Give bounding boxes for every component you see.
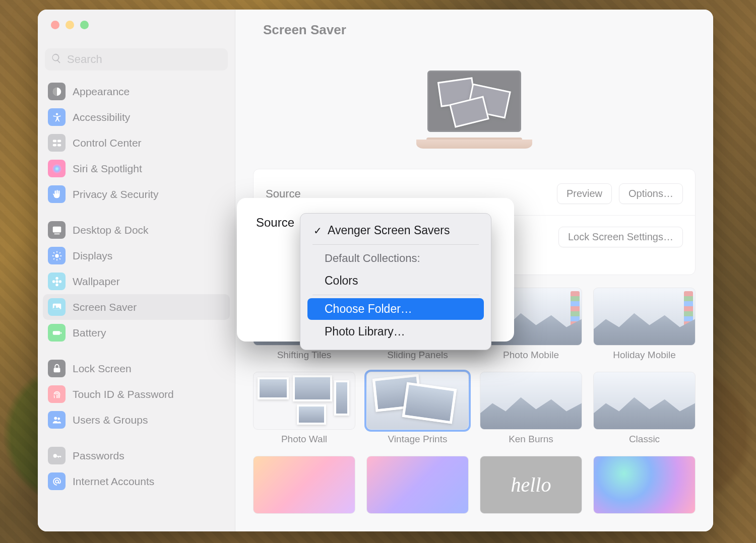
menu-item-choose-folder[interactable]: Choose Folder… (307, 298, 484, 320)
screensaver-thumbnail[interactable] (366, 456, 469, 514)
lock-screen-settings-button[interactable]: Lock Screen Settings… (558, 227, 683, 247)
sidebar-item-label: Displays (73, 250, 112, 262)
fingerprint-icon (48, 385, 66, 403)
laptop-preview (416, 71, 532, 149)
sidebar-nav: AppearanceAccessibilityControl CenterSir… (38, 79, 235, 494)
sidebar-item-label: Appearance (73, 86, 130, 98)
sidebar-item-control-center[interactable]: Control Center (43, 130, 230, 156)
sidebar-item-label: Siri & Spotlight (73, 163, 142, 175)
screensaver-thumbnail[interactable]: hello (480, 456, 582, 514)
sidebar-item-privacy-security[interactable]: Privacy & Security (43, 181, 230, 207)
screensaver-tile-label: Photo Mobile (503, 350, 559, 361)
screensaver-tile[interactable] (253, 456, 355, 518)
svg-point-10 (55, 280, 58, 283)
sidebar-item-battery[interactable]: Battery (43, 320, 230, 346)
zoom-window-button[interactable] (80, 21, 89, 29)
sidebar-item-label: Internet Accounts (73, 476, 154, 488)
at-icon (48, 472, 66, 490)
svg-point-13 (52, 280, 55, 283)
menu-item-label: Avenger Screen Savers (328, 224, 450, 237)
screensaver-tile[interactable] (593, 456, 696, 518)
close-window-button[interactable] (51, 21, 59, 29)
minimize-window-button[interactable] (66, 21, 74, 29)
sidebar-item-label: Screen Saver (73, 301, 137, 313)
svg-point-14 (58, 280, 61, 283)
options-button[interactable]: Options… (619, 183, 683, 204)
sidebar-item-desktop-dock[interactable]: Desktop & Dock (43, 217, 230, 243)
appearance-icon (48, 83, 66, 100)
sidebar-item-passwords[interactable]: Passwords (43, 443, 230, 468)
sidebar-item-label: Desktop & Dock (73, 224, 149, 236)
sidebar-item-touch-id-password[interactable]: Touch ID & Password (43, 381, 230, 407)
sidebar-item-displays[interactable]: Displays (43, 243, 230, 268)
sidebar-item-users-groups[interactable]: Users & Groups (43, 407, 230, 433)
svg-point-12 (55, 283, 58, 286)
window-controls (38, 10, 235, 29)
sidebar-item-label: Privacy & Security (73, 188, 158, 200)
sidebar-item-screen-saver[interactable]: Screen Saver (43, 294, 230, 320)
menu-item-colors[interactable]: Colors (307, 270, 484, 292)
sidebar-item-label: Lock Screen (73, 363, 132, 375)
screensaver-tile[interactable]: Holiday Mobile (593, 288, 696, 361)
screensaver-tile[interactable]: Ken Burns (480, 372, 582, 445)
sidebar-item-internet-accounts[interactable]: Internet Accounts (43, 468, 230, 494)
screensaver-thumbnail[interactable] (253, 372, 355, 430)
screensaver-tile[interactable]: Photo Wall (253, 372, 355, 445)
sidebar-item-lock-screen[interactable]: Lock Screen (43, 356, 230, 381)
accessibility-icon (48, 108, 66, 126)
sun-icon (48, 247, 66, 264)
sidebar-item-label: Wallpaper (73, 276, 120, 288)
svg-point-21 (57, 417, 60, 420)
menu-item-label: Colors (325, 274, 358, 288)
sidebar-item-label: Users & Groups (73, 414, 148, 426)
screensaver-thumbnail[interactable] (593, 372, 696, 430)
preview-button[interactable]: Preview (557, 183, 612, 204)
source-dropdown-menu: ✓ Avenger Screen Savers Default Collecti… (300, 213, 491, 350)
screensaver-tile-label: Sliding Panels (387, 350, 448, 361)
screensaver-icon (48, 298, 66, 316)
sidebar-item-label: Passwords (73, 450, 124, 462)
screensaver-thumbnail[interactable] (366, 372, 469, 430)
menu-item-photo-library[interactable]: Photo Library… (307, 321, 484, 343)
screensaver-tile-label: Ken Burns (509, 434, 553, 445)
screensaver-tile-label: Shifting Tiles (277, 350, 332, 361)
svg-rect-7 (52, 226, 61, 232)
screensaver-thumbnail[interactable] (593, 456, 696, 514)
svg-point-9 (55, 254, 58, 257)
screensaver-thumbnail[interactable] (253, 456, 355, 514)
search-field[interactable] (45, 48, 228, 71)
svg-point-20 (54, 417, 57, 420)
menu-separator (312, 244, 479, 245)
search-input[interactable] (67, 53, 222, 66)
checkmark-icon: ✓ (312, 225, 323, 237)
sidebar-item-label: Control Center (73, 137, 142, 149)
users-icon (48, 411, 66, 429)
page-title: Screen Saver (263, 22, 696, 38)
screensaver-thumbnail[interactable] (480, 372, 582, 430)
sheet-source-label: Source (256, 216, 294, 230)
menu-separator (312, 295, 479, 295)
battery-icon (48, 324, 66, 342)
desktop-wallpaper: AppearanceAccessibilityControl CenterSir… (0, 0, 756, 543)
screensaver-thumbnail[interactable] (593, 288, 696, 346)
screensaver-tile[interactable]: hello (480, 456, 582, 518)
svg-point-1 (55, 113, 57, 115)
screensaver-preview (235, 71, 713, 149)
svg-rect-18 (60, 332, 61, 334)
sidebar: AppearanceAccessibilityControl CenterSir… (38, 10, 235, 531)
sidebar-item-wallpaper[interactable]: Wallpaper (43, 268, 230, 294)
menu-item-current-folder[interactable]: ✓ Avenger Screen Savers (307, 220, 484, 241)
siri-icon (48, 160, 66, 177)
svg-point-22 (53, 454, 56, 457)
screensaver-tile[interactable] (366, 456, 469, 518)
svg-rect-3 (57, 140, 60, 142)
menu-item-label: Photo Library… (325, 325, 405, 338)
sidebar-item-accessibility[interactable]: Accessibility (43, 104, 230, 130)
screensaver-tile-label: Classic (629, 434, 660, 445)
screensaver-tile[interactable]: Classic (593, 372, 696, 445)
screensaver-tile[interactable]: Vintage Prints (366, 372, 469, 445)
sidebar-item-appearance[interactable]: Appearance (43, 79, 230, 104)
search-icon (51, 53, 62, 66)
sidebar-item-siri-spotlight[interactable]: Siri & Spotlight (43, 156, 230, 181)
svg-rect-4 (52, 144, 56, 146)
